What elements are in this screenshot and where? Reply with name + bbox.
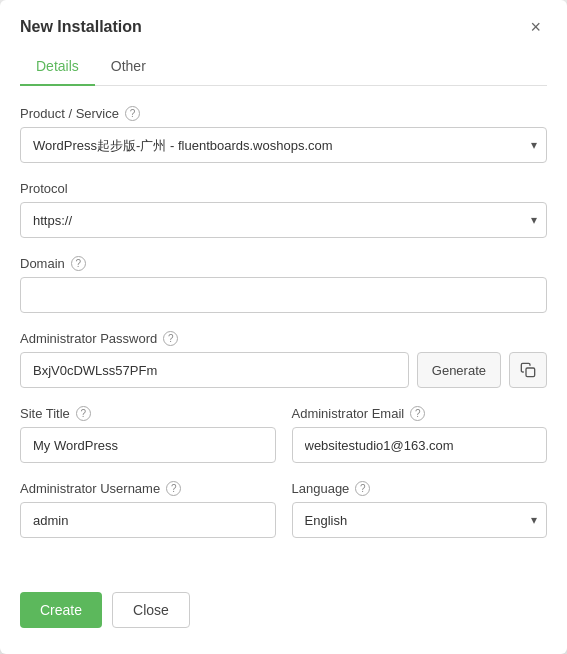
domain-input[interactable] bbox=[20, 277, 547, 313]
modal-header: New Installation × bbox=[0, 0, 567, 38]
modal-title: New Installation bbox=[20, 18, 142, 36]
admin-password-input[interactable] bbox=[20, 352, 409, 388]
site-title-help-icon[interactable]: ? bbox=[76, 406, 91, 421]
product-service-group: Product / Service ? WordPress起步版-广州 - fl… bbox=[20, 106, 547, 163]
protocol-label: Protocol bbox=[20, 181, 547, 196]
admin-email-label: Administrator Email ? bbox=[292, 406, 548, 421]
admin-username-input[interactable] bbox=[20, 502, 276, 538]
copy-password-button[interactable] bbox=[509, 352, 547, 388]
admin-email-input[interactable] bbox=[292, 427, 548, 463]
language-group: Language ? English Chinese French German… bbox=[292, 481, 548, 538]
language-select[interactable]: English Chinese French German Spanish bbox=[292, 502, 548, 538]
two-col-row-2: Administrator Username ? Language ? Engl… bbox=[20, 481, 547, 556]
copy-icon bbox=[520, 362, 536, 378]
admin-password-help-icon[interactable]: ? bbox=[163, 331, 178, 346]
modal-footer: Create Close bbox=[0, 576, 567, 648]
domain-group: Domain ? bbox=[20, 256, 547, 313]
admin-username-help-icon[interactable]: ? bbox=[166, 481, 181, 496]
protocol-group: Protocol https:// http:// ▾ bbox=[20, 181, 547, 238]
product-service-help-icon[interactable]: ? bbox=[125, 106, 140, 121]
admin-password-label: Administrator Password ? bbox=[20, 331, 547, 346]
modal-body: Product / Service ? WordPress起步版-广州 - fl… bbox=[0, 86, 567, 576]
password-row: Generate bbox=[20, 352, 547, 388]
admin-username-group: Administrator Username ? bbox=[20, 481, 276, 538]
close-footer-button[interactable]: Close bbox=[112, 592, 190, 628]
site-title-group: Site Title ? bbox=[20, 406, 276, 463]
generate-button[interactable]: Generate bbox=[417, 352, 501, 388]
product-service-select-wrapper: WordPress起步版-广州 - fluentboards.woshops.c… bbox=[20, 127, 547, 163]
modal-close-button[interactable]: × bbox=[524, 16, 547, 38]
admin-email-group: Administrator Email ? bbox=[292, 406, 548, 463]
admin-username-label: Administrator Username ? bbox=[20, 481, 276, 496]
language-help-icon[interactable]: ? bbox=[355, 481, 370, 496]
domain-help-icon[interactable]: ? bbox=[71, 256, 86, 271]
two-col-row-1: Site Title ? Administrator Email ? bbox=[20, 406, 547, 481]
product-service-label: Product / Service ? bbox=[20, 106, 547, 121]
protocol-select[interactable]: https:// http:// bbox=[20, 202, 547, 238]
tab-other[interactable]: Other bbox=[95, 48, 162, 86]
admin-email-help-icon[interactable]: ? bbox=[410, 406, 425, 421]
product-service-select[interactable]: WordPress起步版-广州 - fluentboards.woshops.c… bbox=[20, 127, 547, 163]
svg-rect-0 bbox=[526, 368, 535, 377]
tab-details[interactable]: Details bbox=[20, 48, 95, 86]
create-button[interactable]: Create bbox=[20, 592, 102, 628]
site-title-input[interactable] bbox=[20, 427, 276, 463]
tabs-container: Details Other bbox=[20, 48, 547, 86]
admin-password-group: Administrator Password ? Generate bbox=[20, 331, 547, 388]
site-title-label: Site Title ? bbox=[20, 406, 276, 421]
language-select-wrapper: English Chinese French German Spanish ▾ bbox=[292, 502, 548, 538]
domain-label: Domain ? bbox=[20, 256, 547, 271]
protocol-select-wrapper: https:// http:// ▾ bbox=[20, 202, 547, 238]
language-label: Language ? bbox=[292, 481, 548, 496]
new-installation-modal: New Installation × Details Other Product… bbox=[0, 0, 567, 654]
